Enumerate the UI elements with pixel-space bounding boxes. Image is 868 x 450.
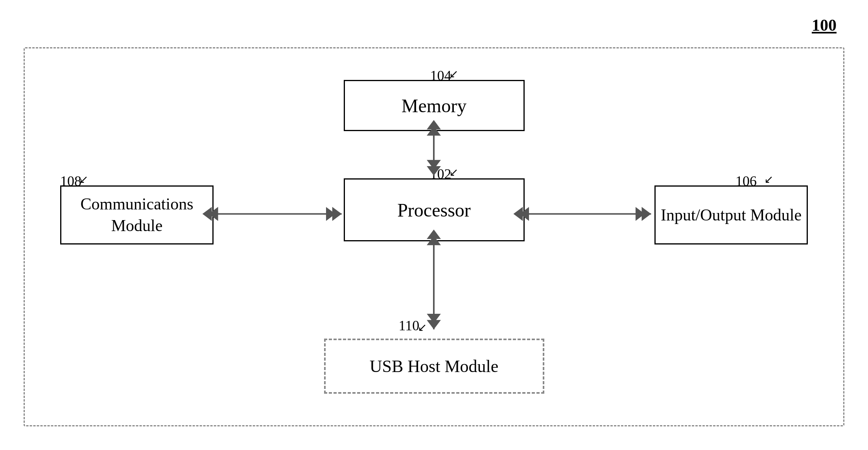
memory-label: Memory bbox=[402, 95, 466, 117]
page-container: 100 104 ↙ Memory 102 ↙ Processor 108 ↙ C… bbox=[0, 0, 868, 450]
processor-label: Processor bbox=[397, 199, 471, 221]
processor-box: Processor bbox=[344, 178, 525, 241]
ref-102-arrow: ↙ bbox=[449, 166, 458, 179]
ref-110: 110 bbox=[399, 317, 420, 334]
usb-label: USB Host Module bbox=[370, 356, 499, 376]
figure-number: 100 bbox=[812, 16, 837, 35]
memory-box: Memory bbox=[344, 80, 525, 131]
comm-box: CommunicationsModule bbox=[60, 185, 214, 244]
ref-106-arrow: ↙ bbox=[764, 173, 773, 186]
ref-110-arrow: ↙ bbox=[418, 321, 427, 334]
outer-boundary-box: 104 ↙ Memory 102 ↙ Processor 108 ↙ Commu… bbox=[24, 47, 844, 426]
usb-box: USB Host Module bbox=[324, 339, 544, 394]
ref-104-arrow: ↙ bbox=[449, 67, 458, 80]
io-box: Input/Output Module bbox=[654, 185, 808, 244]
io-label: Input/Output Module bbox=[661, 204, 802, 226]
comm-label: CommunicationsModule bbox=[81, 193, 194, 236]
ref-108-arrow: ↙ bbox=[79, 173, 88, 186]
